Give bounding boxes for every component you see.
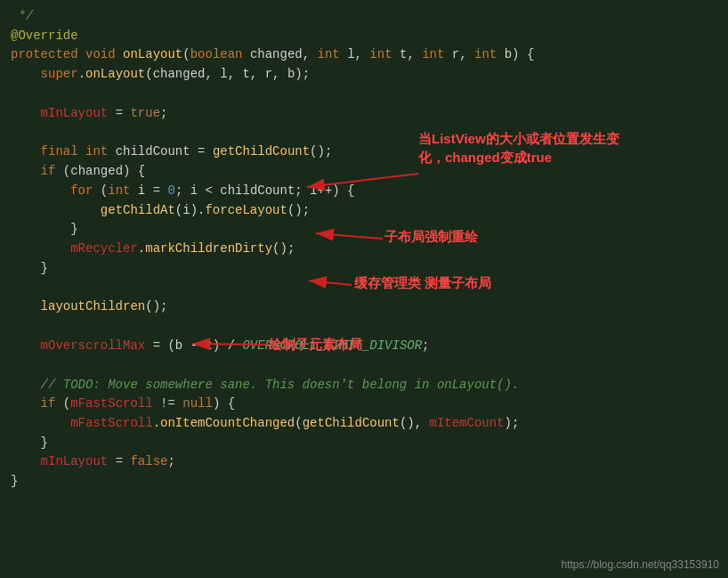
code-line-13: mRecycler.markChildrenDirty();	[0, 240, 728, 259]
annotation-force-layout: 子布局强制重绘	[384, 227, 478, 246]
annotation-layout-children: 绘制子元素布局	[269, 335, 362, 354]
code-line-6: mInLayout = true;	[0, 104, 728, 124]
code-line-16: layoutChildren();	[0, 297, 728, 317]
code-line-19	[0, 356, 728, 376]
code-line-2: @Override	[0, 27, 728, 46]
code-container: */ @Override protected void onLayout(boo…	[0, 0, 728, 578]
code-line-25: }	[0, 472, 728, 492]
code-line-20: // TODO: Move somewhere sane. This doesn…	[0, 376, 728, 395]
code-line-12: }	[0, 220, 728, 240]
code-line-18: mOverscrollMax = (b - t) / OVERSCROLL_LI…	[0, 337, 728, 356]
code-line-21: if (mFastScroll != null) {	[0, 395, 728, 414]
code-line-22: mFastScroll.onItemCountChanged(getChildC…	[0, 414, 728, 434]
code-line-5	[0, 85, 728, 104]
code-line-11: getChildAt(i).forceLayout();	[0, 201, 728, 221]
code-line-4: super.onLayout(changed, l, t, r, b);	[0, 65, 728, 85]
code-line-24: mInLayout = false;	[0, 452, 728, 472]
code-line-10: for (int i = 0; i < childCount; i++) {	[0, 182, 728, 201]
code-line-1: */	[0, 7, 728, 27]
annotation-recycler: 缓存管理类 测量子布局	[354, 273, 491, 292]
watermark: https://blog.csdn.net/qq33153910	[562, 558, 719, 571]
code-line-3: protected void onLayout(boolean changed,…	[0, 45, 728, 65]
annotation-listview-change: 当ListView的大小或者位置发生变化，changed变成true	[418, 129, 694, 167]
code-line-17	[0, 317, 728, 337]
code-line-23: }	[0, 434, 728, 453]
